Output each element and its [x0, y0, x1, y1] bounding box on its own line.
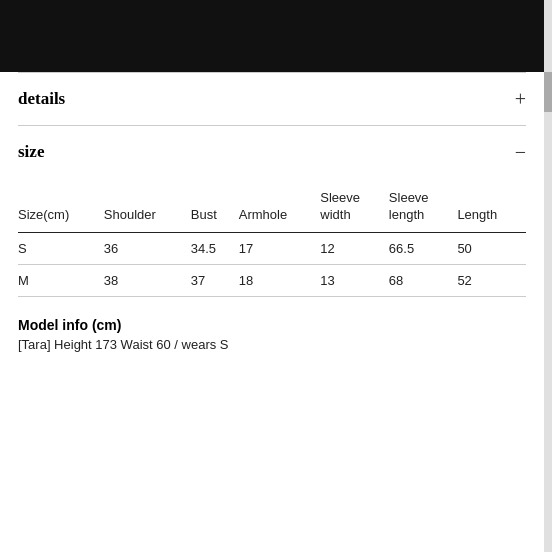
cell-armhole-s: 17	[239, 232, 321, 264]
details-section: details +	[18, 72, 526, 125]
size-table-header-row: Size(cm) Shoulder Bust Armhole Sleevewid…	[18, 186, 526, 232]
col-header-sleeve-length: Sleevelength	[389, 186, 458, 232]
cell-sleeve-width-m: 13	[320, 264, 389, 296]
size-toggle[interactable]: −	[515, 142, 526, 162]
cell-armhole-m: 18	[239, 264, 321, 296]
col-header-shoulder: Shoulder	[104, 186, 191, 232]
table-row: S 36 34.5 17 12 66.5 50	[18, 232, 526, 264]
cell-length-s: 50	[457, 232, 526, 264]
cell-shoulder-m: 38	[104, 264, 191, 296]
col-header-size: Size(cm)	[18, 186, 104, 232]
cell-bust-m: 37	[191, 264, 239, 296]
cell-length-m: 52	[457, 264, 526, 296]
cell-size-s: S	[18, 232, 104, 264]
details-title: details	[18, 89, 65, 109]
scrollbar[interactable]	[544, 0, 552, 552]
cell-sleeve-length-s: 66.5	[389, 232, 458, 264]
cell-bust-s: 34.5	[191, 232, 239, 264]
col-header-length: Length	[457, 186, 526, 232]
size-title: size	[18, 142, 44, 162]
top-black-bar	[0, 0, 552, 72]
size-table-body: S 36 34.5 17 12 66.5 50 M 38 37 18 13	[18, 232, 526, 296]
table-row: M 38 37 18 13 68 52	[18, 264, 526, 296]
main-content: details + size − Size(cm) Shoulder Bust …	[0, 72, 544, 376]
details-toggle[interactable]: +	[515, 89, 526, 109]
col-header-bust: Bust	[191, 186, 239, 232]
cell-sleeve-width-s: 12	[320, 232, 389, 264]
details-header: details +	[18, 89, 526, 117]
cell-sleeve-length-m: 68	[389, 264, 458, 296]
size-section: size − Size(cm) Shoulder Bust Armhole Sl…	[18, 125, 526, 376]
size-table-wrapper: Size(cm) Shoulder Bust Armhole Sleevewid…	[18, 186, 526, 297]
col-header-sleeve-width: Sleevewidth	[320, 186, 389, 232]
size-header: size −	[18, 142, 526, 170]
model-info-title: Model info (cm)	[18, 317, 526, 333]
model-info-section: Model info (cm) [Tara] Height 173 Waist …	[18, 317, 526, 368]
col-header-armhole: Armhole	[239, 186, 321, 232]
cell-size-m: M	[18, 264, 104, 296]
model-info-text: [Tara] Height 173 Waist 60 / wears S	[18, 337, 526, 352]
size-table-head: Size(cm) Shoulder Bust Armhole Sleevewid…	[18, 186, 526, 232]
cell-shoulder-s: 36	[104, 232, 191, 264]
size-table: Size(cm) Shoulder Bust Armhole Sleevewid…	[18, 186, 526, 297]
scrollbar-thumb[interactable]	[544, 72, 552, 112]
